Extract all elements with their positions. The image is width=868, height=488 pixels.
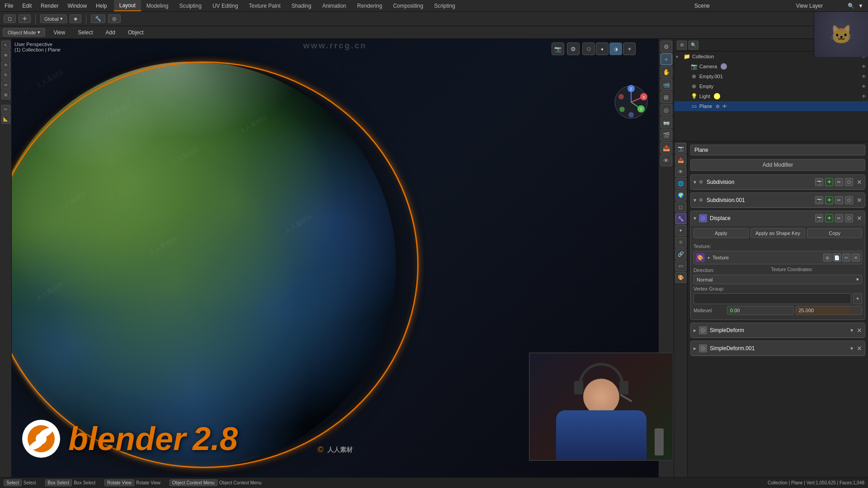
cursor-btn[interactable]: ✛	[19, 14, 31, 23]
search-icon[interactable]: 🔍	[848, 3, 854, 9]
annotate-tool[interactable]: ✏	[1, 105, 10, 114]
menu-file[interactable]: File	[0, 2, 18, 10]
global-dropdown[interactable]: Global ▾	[40, 14, 67, 23]
texture-edit-btn[interactable]: ✏	[842, 253, 850, 262]
tab-compositing[interactable]: Compositing	[387, 0, 429, 11]
copy-btn[interactable]: Copy	[807, 228, 862, 238]
material-btn[interactable]: ◑	[609, 42, 622, 55]
grid-btn[interactable]: ⊞	[660, 91, 672, 103]
view-btn2[interactable]: 👁	[660, 155, 672, 166]
mod-expand-icon-sd[interactable]: ▸	[693, 327, 696, 333]
snap-btn[interactable]: 🔧	[91, 14, 105, 23]
object-name-bar[interactable]: Plane	[690, 145, 865, 155]
scale-tool[interactable]: ⇔	[1, 80, 10, 89]
mod-expand-icon-sd001[interactable]: ▸	[693, 345, 696, 352]
rendered-btn[interactable]: ☀	[623, 42, 636, 55]
prop-tab-render[interactable]: 📷	[675, 143, 686, 154]
add-menu[interactable]: Add	[101, 28, 120, 37]
mod-edit-btn-001[interactable]: ✏	[835, 196, 843, 204]
measure-tool[interactable]: 📐	[1, 115, 10, 124]
mod-cage-btn-disp[interactable]: ⬡	[845, 214, 853, 222]
cursor-tool[interactable]: ⊕	[1, 51, 10, 60]
eye-icon-light[interactable]: 👁	[862, 94, 866, 99]
rotate-tool[interactable]: ↻	[1, 70, 10, 80]
mod-camera-btn[interactable]: 📷	[815, 178, 823, 186]
prop-tab-particles[interactable]: ✦	[675, 225, 686, 236]
viewport-settings-btn[interactable]: ⚙	[567, 42, 580, 55]
outliner-filter-btn[interactable]: ⚙	[677, 41, 687, 50]
axis-navigator[interactable]: X Y Z	[613, 84, 649, 120]
prop-tab-material[interactable]: 🎨	[675, 272, 686, 283]
view-menu[interactable]: View	[49, 28, 70, 37]
prop-tab-output[interactable]: 📤	[675, 155, 686, 165]
mod-sd001-options[interactable]: ▾	[850, 345, 853, 352]
wireframe-btn[interactable]: ⬡	[582, 42, 595, 55]
select-menu[interactable]: Select	[73, 28, 97, 37]
prop-tab-view-layer[interactable]: 👁	[675, 166, 686, 177]
texture-new-btn[interactable]: 📄	[833, 253, 841, 262]
overlay-btn[interactable]: ◎	[660, 104, 672, 116]
transform-tool[interactable]: ⊞	[1, 90, 10, 99]
mod-expand-icon[interactable]: ▾	[693, 179, 696, 185]
modifier-simpledeform-header[interactable]: ▸ ⬡ SimpleDeform ▾ ✕	[691, 323, 865, 338]
vertex-group-add-btn[interactable]: +	[853, 293, 862, 304]
tab-modeling[interactable]: Modeling	[141, 0, 174, 11]
add-modifier-btn[interactable]: Add Modifier	[690, 159, 865, 171]
direction-dropdown[interactable]: Normal ▾	[693, 275, 862, 284]
object-mode-dropdown[interactable]: Object Mode ▾	[3, 28, 45, 37]
mod-simpledeform-delete[interactable]: ✕	[857, 327, 862, 334]
mod-camera-btn-disp[interactable]: 📷	[815, 214, 823, 222]
prop-tab-scene[interactable]: 🌐	[675, 178, 686, 189]
prop-tab-object[interactable]: ◻	[675, 202, 686, 212]
menu-edit[interactable]: Edit	[18, 2, 36, 10]
mod-edit-btn-disp[interactable]: ✏	[835, 214, 843, 222]
modifier-subdivision-001-header[interactable]: ▾ ⚙ Subdivision.001 📷 👁 ✏ ⬡ ✕	[691, 193, 865, 207]
vr-btn[interactable]: 🥽	[660, 117, 672, 128]
outliner-item-plane[interactable]: ▭ Plane ⚙ 👁	[674, 101, 868, 111]
strength-value[interactable]: 25.000	[796, 306, 863, 315]
midlevel-value[interactable]: 0.00	[727, 306, 794, 315]
select-box-btn[interactable]: ◻	[4, 14, 16, 23]
mod-camera-btn-001[interactable]: 📷	[815, 196, 823, 204]
filter-icon[interactable]: ▼	[858, 3, 863, 9]
mod-subdivision-delete[interactable]: ✕	[857, 178, 862, 186]
prop-tab-data[interactable]: ▭	[675, 260, 686, 271]
outliner-item-empty001[interactable]: ⊕ Empty.001 👁	[674, 71, 868, 81]
proportional-btn[interactable]: ◎	[108, 14, 121, 23]
solid-btn[interactable]: ●	[596, 42, 609, 55]
move-tool[interactable]: ✛	[1, 61, 10, 70]
tab-scripting[interactable]: Scripting	[429, 0, 461, 11]
mod-edit-btn[interactable]: ✏	[835, 178, 843, 186]
tab-shading[interactable]: Shading	[286, 0, 317, 11]
mod-cage-btn-001[interactable]: ⬡	[845, 196, 853, 204]
outliner-item-light[interactable]: 💡 Light 👁	[674, 91, 868, 101]
texture-browse-btn[interactable]: ⊕	[823, 253, 831, 262]
tab-uv-editing[interactable]: UV Editing	[207, 0, 244, 11]
select-tool[interactable]: ↖	[1, 41, 10, 50]
camera-btn[interactable]: 📹	[660, 79, 672, 90]
grab-btn[interactable]: ✋	[660, 66, 672, 78]
texture-unlink-btn[interactable]: ✕	[852, 253, 860, 262]
camera-view-btn[interactable]: 📷	[552, 42, 564, 55]
tab-layout[interactable]: Layout	[114, 0, 141, 11]
mod-cage-btn[interactable]: ⬡	[845, 178, 853, 186]
mod-displace-delete[interactable]: ✕	[857, 215, 862, 222]
tab-texture-paint[interactable]: Texture Paint	[244, 0, 286, 11]
tab-sculpting[interactable]: Sculpting	[174, 0, 207, 11]
mod-view-btn-001[interactable]: 👁	[825, 196, 833, 204]
prop-tab-constraints[interactable]: 🔗	[675, 249, 686, 259]
mod-sd-options[interactable]: ▾	[850, 327, 853, 333]
prop-tab-physics[interactable]: ⚛	[675, 237, 686, 248]
mod-expand-icon-001[interactable]: ▾	[693, 197, 696, 203]
render-btn[interactable]: 🎬	[660, 129, 672, 141]
prop-tab-modifiers[interactable]: 🔧	[675, 213, 686, 224]
outliner-search-btn[interactable]: 🔍	[689, 41, 698, 50]
modifier-simpledeform-001-header[interactable]: ▸ ⬡ SimpleDeform.001 ▾ ✕	[691, 341, 865, 356]
menu-help[interactable]: Help	[91, 2, 112, 10]
vertex-group-input[interactable]	[693, 293, 851, 304]
output-btn[interactable]: 📤	[660, 142, 672, 154]
tab-rendering[interactable]: Rendering	[352, 0, 387, 11]
menu-window[interactable]: Window	[63, 2, 91, 10]
tab-animation[interactable]: Animation	[317, 0, 352, 11]
mod-view-btn[interactable]: 👁	[825, 178, 833, 186]
